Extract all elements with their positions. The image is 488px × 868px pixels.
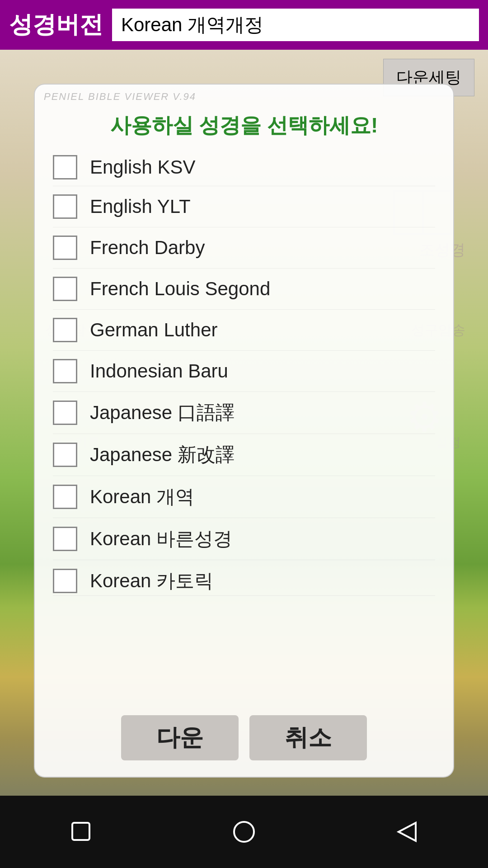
checkbox-french-louis-segond[interactable] (53, 277, 77, 301)
checkbox-japanese-kogo[interactable] (53, 401, 77, 425)
bible-selection-dialog: PENIEL BIBLE VIEWER V.94 사용하실 성경을 선택하세요!… (34, 84, 454, 778)
bible-version-label: Japanese 口語譯 (90, 400, 235, 425)
list-item[interactable]: Korean 개역 (53, 476, 435, 518)
checkbox-korean-catholic[interactable] (53, 569, 77, 593)
list-item[interactable]: Korean 카토릭 (53, 560, 435, 596)
back-button[interactable] (389, 814, 425, 850)
bible-version-label: English KSV (90, 156, 195, 178)
header-bar: 성경버전 (0, 0, 488, 50)
list-item[interactable]: Indonesian Baru (53, 351, 435, 392)
bible-version-label: French Darby (90, 237, 205, 259)
recent-apps-button[interactable] (63, 814, 99, 850)
home-button[interactable] (226, 814, 262, 850)
list-item[interactable]: Japanese 新改譯 (53, 434, 435, 476)
cancel-button[interactable]: 취소 (249, 715, 367, 760)
bible-version-label: Korean 개역 (90, 484, 194, 509)
list-item[interactable]: Korean 바른성경 (53, 518, 435, 560)
svg-point-1 (234, 822, 254, 842)
bible-version-label: Korean 바른성경 (90, 526, 232, 552)
checkbox-japanese-shinkaiyaku[interactable] (53, 443, 77, 467)
app-title: 성경버전 (9, 9, 103, 41)
download-button[interactable]: 다운 (121, 715, 239, 760)
list-item[interactable]: French Darby (53, 227, 435, 269)
bible-version-label: Japanese 新改譯 (90, 442, 235, 467)
bible-version-label: French Louis Segond (90, 278, 270, 300)
list-item[interactable]: German Luther (53, 310, 435, 351)
bible-version-label: English YLT (90, 196, 191, 217)
bottom-nav-bar (0, 796, 488, 868)
version-input[interactable] (112, 9, 479, 41)
list-item[interactable]: English YLT (53, 186, 435, 227)
checkbox-french-darby[interactable] (53, 236, 77, 260)
checkbox-korean-bareun[interactable] (53, 527, 77, 551)
list-item[interactable]: Japanese 口語譯 (53, 392, 435, 434)
checkbox-german-luther[interactable] (53, 318, 77, 342)
bible-version-label: Korean 카토릭 (90, 568, 213, 594)
checkbox-english-ylt[interactable] (53, 194, 77, 219)
bible-version-label: Indonesian Baru (90, 360, 228, 382)
list-item[interactable]: English KSV (53, 153, 435, 186)
dialog-button-area: 다운 취소 (35, 703, 453, 777)
svg-marker-2 (399, 823, 416, 841)
checkbox-english-ksv[interactable] (53, 155, 77, 179)
bible-version-label: German Luther (90, 319, 217, 341)
bible-version-list: English KSV English YLT French Darby Fre… (35, 149, 453, 703)
checkbox-korean-gaeok[interactable] (53, 485, 77, 509)
checkbox-indonesian-baru[interactable] (53, 359, 77, 383)
svg-rect-0 (72, 823, 89, 840)
list-item[interactable]: French Louis Segond (53, 269, 435, 310)
dialog-title: 사용하실 성경을 선택하세요! (35, 85, 453, 149)
